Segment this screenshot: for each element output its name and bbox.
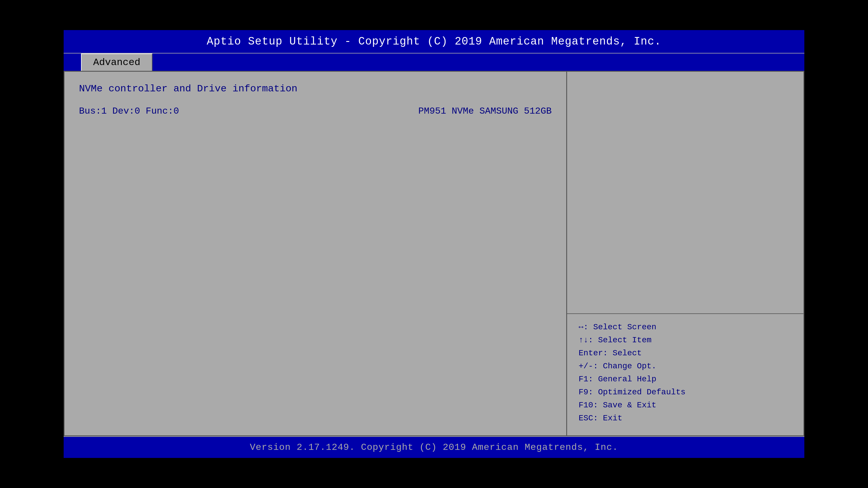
footer-text: Version 2.17.1249. Copyright (C) 2019 Am… xyxy=(250,442,618,453)
header-bar: Aptio Setup Utility - Copyright (C) 2019… xyxy=(64,30,804,54)
shortcut-item: F9: Optimized Defaults xyxy=(579,388,792,397)
help-area xyxy=(567,72,804,314)
drive-name: PM951 NVMe SAMSUNG 512GB xyxy=(418,106,552,117)
shortcut-item: +/-: Change Opt. xyxy=(579,362,792,370)
right-panel: ↔: Select Screen↑↓: Select ItemEnter: Se… xyxy=(567,72,804,435)
tab-advanced[interactable]: Advanced xyxy=(81,54,153,71)
shortcut-item: F1: General Help xyxy=(579,375,792,384)
shortcut-item: ESC: Exit xyxy=(579,414,792,423)
left-panel: NVMe controller and Drive information Bu… xyxy=(64,72,567,435)
shortcuts-area: ↔: Select Screen↑↓: Select ItemEnter: Se… xyxy=(567,314,804,435)
shortcut-item: F10: Save & Exit xyxy=(579,401,792,410)
shortcut-item: ↔: Select Screen xyxy=(579,323,792,332)
footer-bar: Version 2.17.1249. Copyright (C) 2019 Am… xyxy=(64,436,804,458)
drive-info-row: Bus:1 Dev:0 Func:0 PM951 NVMe SAMSUNG 51… xyxy=(79,103,552,120)
section-title: NVMe controller and Drive information xyxy=(79,83,552,94)
shortcut-item: Enter: Select xyxy=(579,349,792,358)
shortcut-item: ↑↓: Select Item xyxy=(579,336,792,345)
bus-info: Bus:1 Dev:0 Func:0 xyxy=(79,106,179,117)
bios-screen: Aptio Setup Utility - Copyright (C) 2019… xyxy=(64,30,804,458)
tab-bar: Advanced xyxy=(64,54,804,71)
header-title: Aptio Setup Utility - Copyright (C) 2019… xyxy=(207,35,661,48)
main-content: NVMe controller and Drive information Bu… xyxy=(64,71,804,436)
